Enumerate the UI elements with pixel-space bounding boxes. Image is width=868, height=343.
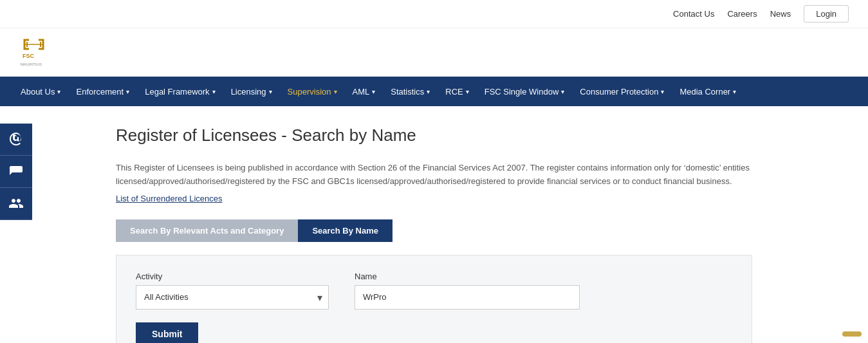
nav-rce[interactable]: RCE ▾	[438, 77, 476, 106]
page-description: This Register of Licensees is being publ…	[116, 162, 752, 189]
nav-statistics[interactable]: Statistics ▾	[383, 77, 438, 106]
side-buttons	[0, 124, 32, 220]
activity-select-wrapper: All Activities ▾	[136, 285, 329, 310]
nav-supervision[interactable]: Supervision ▾	[280, 77, 345, 106]
about-us-arrow: ▾	[57, 88, 60, 95]
licensing-arrow: ▾	[269, 88, 272, 95]
careers-link[interactable]: Careers	[727, 9, 757, 19]
nav-consumer-protection[interactable]: Consumer Protection ▾	[572, 77, 672, 106]
tab-relevant-acts[interactable]: Search By Relevant Acts and Category	[116, 219, 298, 242]
activity-group: Activity All Activities ▾	[136, 272, 329, 310]
nav-aml[interactable]: AML ▾	[345, 77, 383, 106]
login-button[interactable]: Login	[804, 5, 849, 23]
main-content: Register of Licensees - Search by Name T…	[0, 106, 868, 343]
consumer-protection-arrow: ▾	[661, 88, 664, 95]
tab-search-by-name[interactable]: Search By Name	[298, 219, 392, 242]
media-corner-arrow: ▾	[733, 88, 736, 95]
submit-button[interactable]: Submit	[136, 322, 198, 343]
news-link[interactable]: News	[770, 9, 791, 19]
message-side-button[interactable]	[0, 156, 32, 188]
fsc-single-window-arrow: ▾	[561, 88, 564, 95]
legal-framework-arrow: ▾	[212, 88, 216, 95]
logo[interactable]: FSC MAURITIUS	[19, 35, 64, 70]
svg-text:FSC: FSC	[23, 53, 35, 59]
nav-fsc-single-window[interactable]: FSC Single Window ▾	[477, 77, 573, 106]
search-tabs: Search By Relevant Acts and Category Sea…	[116, 219, 752, 242]
email-side-button[interactable]	[0, 124, 32, 156]
nav-bar: About Us ▾ Enforcement ▾ Legal Framework…	[0, 77, 868, 106]
page-title: Register of Licensees - Search by Name	[116, 125, 752, 145]
name-group: Name	[355, 272, 580, 310]
message-icon	[8, 163, 24, 179]
name-input[interactable]	[355, 285, 580, 310]
fsc-logo-icon: FSC MAURITIUS	[19, 35, 64, 70]
search-form: Activity All Activities ▾ Name Submit	[116, 255, 752, 343]
header: FSC MAURITIUS	[0, 28, 868, 77]
form-row: Activity All Activities ▾ Name	[136, 272, 732, 310]
scroll-hint	[842, 331, 862, 337]
activity-select[interactable]: All Activities	[136, 285, 329, 310]
rce-arrow: ▾	[466, 88, 469, 95]
supervision-arrow: ▾	[334, 88, 337, 95]
group-icon	[8, 196, 24, 211]
name-label: Name	[355, 272, 580, 281]
nav-media-corner[interactable]: Media Corner ▾	[672, 77, 744, 106]
nav-legal-framework[interactable]: Legal Framework ▾	[137, 77, 223, 106]
aml-arrow: ▾	[372, 88, 375, 95]
surrendered-licences-link[interactable]: List of Surrendered Licences	[116, 194, 752, 203]
nav-licensing[interactable]: Licensing ▾	[223, 77, 280, 106]
community-side-button[interactable]	[0, 188, 32, 220]
at-icon	[8, 131, 24, 147]
enforcement-arrow: ▾	[126, 88, 129, 95]
svg-text:MAURITIUS: MAURITIUS	[21, 62, 42, 66]
nav-about-us[interactable]: About Us ▾	[13, 77, 68, 106]
statistics-arrow: ▾	[427, 88, 430, 95]
top-bar: Contact Us Careers News Login	[0, 0, 868, 28]
contact-us-link[interactable]: Contact Us	[673, 9, 714, 19]
nav-enforcement[interactable]: Enforcement ▾	[68, 77, 137, 106]
activity-label: Activity	[136, 272, 329, 281]
